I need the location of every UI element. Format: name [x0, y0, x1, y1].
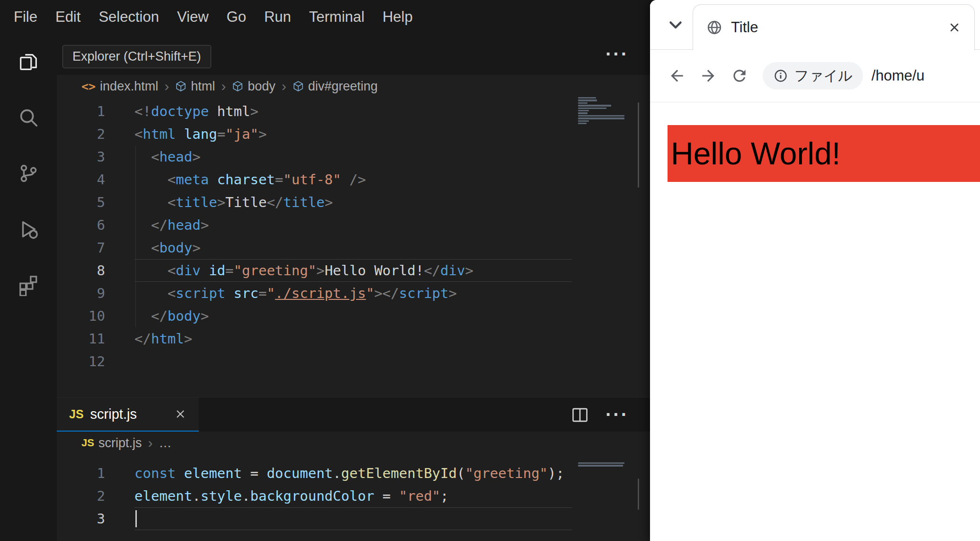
minimap-js[interactable] — [578, 462, 626, 470]
line-number: 1 — [0, 100, 105, 123]
symbol-cube-icon — [232, 81, 243, 92]
minimap-line — [578, 115, 624, 117]
html-file-icon: <> — [81, 80, 96, 93]
code-line-12[interactable]: 12 — [0, 350, 650, 373]
minimap-line — [578, 462, 624, 464]
tab-close-icon[interactable] — [174, 408, 187, 420]
explorer-tooltip: Explorer (Ctrl+Shift+E) — [62, 45, 211, 68]
code-line-5[interactable]: 5 <title>Title</title> — [0, 191, 650, 214]
forward-button[interactable] — [693, 60, 724, 91]
code-text — [105, 507, 134, 530]
menu-bar: FileEditSelectionViewGoRunTerminalHelp — [0, 0, 650, 34]
tab-close-button[interactable] — [948, 21, 961, 34]
minimap-line — [578, 123, 587, 124]
code-line-7[interactable]: 7 <body> — [0, 236, 650, 259]
minimap-html[interactable] — [578, 97, 626, 128]
menu-item-run[interactable]: Run — [255, 9, 300, 26]
breadcrumb-separator: › — [282, 78, 286, 94]
menu-item-selection[interactable]: Selection — [89, 9, 168, 26]
reload-button[interactable] — [724, 60, 755, 91]
explorer-icon[interactable] — [0, 34, 57, 90]
menu-item-file[interactable]: File — [5, 9, 46, 26]
code-line-11[interactable]: 11</html> — [0, 327, 650, 350]
page-content: Hello World! — [650, 102, 980, 541]
code-text: <meta charset="utf-8" /> — [105, 168, 366, 191]
tab-title: Title — [731, 19, 758, 36]
breadcrumb-item[interactable]: JSscript.js — [81, 436, 142, 451]
code-text: <html lang="ja"> — [105, 123, 267, 145]
code-line-1[interactable]: 1const element = document.getElementById… — [0, 462, 650, 485]
js-file-icon: JS — [81, 437, 94, 449]
line-number: 2 — [0, 485, 105, 507]
code-line-2[interactable]: 2<html lang="ja"> — [0, 123, 650, 145]
line-number: 7 — [0, 236, 105, 259]
code-line-3[interactable]: 3 — [0, 507, 650, 530]
breadcrumb-label: script.js — [98, 436, 142, 451]
breadcrumb-separator: › — [148, 435, 152, 451]
line-number: 9 — [0, 282, 105, 305]
browser-tab[interactable]: Title — [693, 4, 975, 50]
scrollbar-js[interactable] — [638, 478, 639, 510]
minimap-line — [578, 117, 624, 119]
code-text: <!doctype html> — [105, 100, 258, 123]
minimap-line — [578, 97, 596, 99]
breadcrumb-item[interactable]: … — [159, 436, 171, 451]
line-number: 2 — [0, 123, 105, 145]
line-number: 12 — [0, 350, 105, 373]
menu-item-edit[interactable]: Edit — [46, 9, 89, 26]
code-line-9[interactable]: 9 <script src="./script.js"></script> — [0, 282, 650, 305]
html-editor[interactable]: 1<!doctype html>2<html lang="ja">3 <head… — [0, 100, 650, 373]
code-text: </body> — [105, 305, 209, 327]
menu-item-go[interactable]: Go — [218, 9, 255, 26]
panel-more-actions-button[interactable]: ··· — [606, 404, 629, 425]
code-text: <head> — [105, 145, 201, 168]
tab-search-chevron-icon[interactable] — [662, 11, 689, 38]
code-line-2[interactable]: 2element.style.backgroundColor = "red"; — [0, 485, 650, 507]
breadcrumb-js: JSscript.js›… — [57, 432, 650, 454]
editor-more-actions-button[interactable]: ··· — [606, 34, 629, 75]
code-text: <body> — [105, 236, 201, 259]
info-icon[interactable] — [773, 68, 788, 83]
globe-icon — [706, 19, 722, 36]
scrollbar-html[interactable] — [638, 102, 639, 188]
text-cursor — [135, 510, 137, 527]
url-text: /home/u — [872, 67, 925, 84]
minimap-line — [578, 108, 606, 109]
breadcrumb-label: index.html — [100, 79, 158, 94]
code-line-4[interactable]: 4 <meta charset="utf-8" /> — [0, 168, 650, 191]
breadcrumb-item[interactable]: html — [175, 79, 215, 94]
address-bar[interactable]: ファイル — [763, 62, 863, 90]
breadcrumb-item[interactable]: div#greeting — [293, 79, 378, 94]
minimap-line — [578, 120, 589, 122]
code-line-1[interactable]: 1<!doctype html> — [0, 100, 650, 123]
breadcrumb-label: html — [191, 79, 215, 94]
line-number: 10 — [0, 305, 105, 327]
code-line-3[interactable]: 3 <head> — [0, 145, 650, 168]
breadcrumb-item[interactable]: body — [232, 79, 276, 94]
minimap-line — [578, 105, 611, 106]
code-line-8[interactable]: 8 <div id="greeting">Hello World!</div> — [0, 259, 650, 282]
minimap-line — [578, 102, 588, 104]
line-number: 6 — [0, 214, 105, 236]
minimap-line — [578, 465, 623, 466]
menu-item-terminal[interactable]: Terminal — [300, 9, 374, 26]
code-text: <title>Title</title> — [105, 191, 333, 214]
js-editor[interactable]: 1const element = document.getElementById… — [0, 462, 650, 530]
tab-strip: Title — [650, 0, 980, 50]
js-file-icon: JS — [69, 407, 84, 421]
minimap-line — [578, 112, 588, 114]
breadcrumb-item[interactable]: <>index.html — [81, 79, 158, 94]
breadcrumb-label: … — [159, 436, 171, 451]
back-button[interactable] — [661, 60, 693, 91]
breadcrumb-html: <>index.html›html›body›div#greeting — [57, 75, 650, 98]
tab-script-js[interactable]: JS script.js — [57, 397, 199, 432]
menu-item-help[interactable]: Help — [374, 9, 422, 26]
code-line-6[interactable]: 6 </head> — [0, 214, 650, 236]
browser-window: Title — [650, 0, 980, 541]
menu-item-view[interactable]: View — [168, 9, 218, 26]
code-text: </head> — [105, 214, 209, 236]
line-number: 8 — [0, 259, 105, 282]
code-line-10[interactable]: 10 </body> — [0, 305, 650, 327]
split-editor-icon[interactable] — [571, 407, 588, 423]
panel-actions: ··· — [571, 397, 629, 432]
